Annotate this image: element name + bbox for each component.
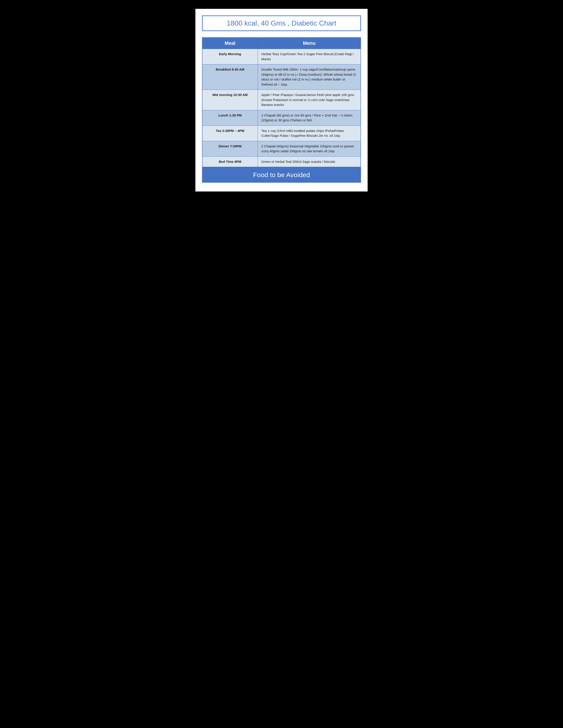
menu-cell: Tea 1 cup (15ml milk) insalted potato ch… [258,126,361,141]
menu-cell: Green or herbal Teal 200ml Sago snacks /… [258,156,361,167]
menu-cell: 2 Chapati (40gms) Seasonal Vegetable 100… [258,141,361,156]
column-header-meal: Meal [202,38,258,49]
footer-text: Food to be Avoided [253,171,310,178]
footer-box: Food to be Avoided [202,167,361,183]
table-row: Lunch 1:30 PM2 Chapati (60 gms) or rice … [202,110,361,126]
meal-table: Meal Menu Early MorningHerbal Tea1 Cup/G… [202,37,361,167]
menu-cell: 2 Chapati (60 gms) or rice 60 gms / Rice… [258,110,361,126]
meal-cell: Early Morning [202,49,258,64]
table-row: Mid morning 10:30 AMApple / Pear /Papaya… [202,90,361,110]
meal-cell: Tea 3:30PM – 4PM [202,126,258,141]
page-title: 1800 kcal, 40 Gms , Diabetic Chart [227,19,336,27]
table-row: Breakfast 8:30 AMDouble Toned Milk 200m-… [202,64,361,90]
meal-cell: Bed Time 9PM [202,156,258,167]
meal-cell: Lunch 1:30 PM [202,110,258,126]
column-header-menu: Menu [258,38,361,49]
table-header-row: Meal Menu [202,38,361,49]
table-row: Tea 3:30PM – 4PMTea 1 cup (15ml milk) in… [202,126,361,141]
table-row: Bed Time 9PMGreen or herbal Teal 200ml S… [202,156,361,167]
menu-cell: Double Toned Milk 200m- 1 cup sago/Cornf… [258,64,361,90]
menu-cell: Apple / Pear /Papaya / Guava/Jamun fresh… [258,90,361,110]
meal-cell: Breakfast 8:30 AM [202,64,258,90]
title-box: 1800 kcal, 40 Gms , Diabetic Chart [202,15,361,31]
meal-cell: Mid morning 10:30 AM [202,90,258,110]
page-container: 1800 kcal, 40 Gms , Diabetic Chart Meal … [195,9,368,191]
table-row: Dinner 7:30PM2 Chapati (40gms) Seasonal … [202,141,361,156]
table-row: Early MorningHerbal Tea1 Cup/Green Tea 2… [202,49,361,64]
meal-cell: Dinner 7:30PM [202,141,258,156]
menu-cell: Herbal Tea1 Cup/Green Tea 2 Sugar Free B… [258,49,361,64]
